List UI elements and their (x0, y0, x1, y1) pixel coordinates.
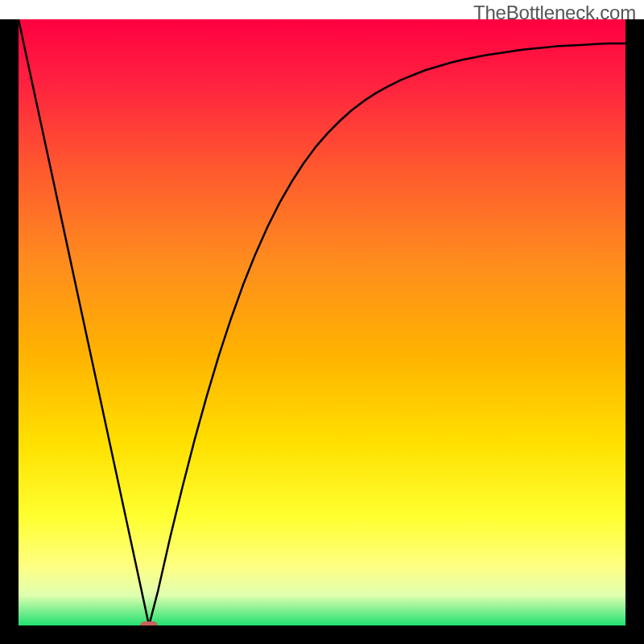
chart-frame (0, 19, 644, 644)
chart-plot-area (19, 19, 625, 625)
gradient-background (19, 19, 625, 625)
trough-marker (140, 621, 158, 625)
watermark-label: TheBottleneck.com (473, 2, 636, 24)
chart-svg (19, 19, 625, 625)
